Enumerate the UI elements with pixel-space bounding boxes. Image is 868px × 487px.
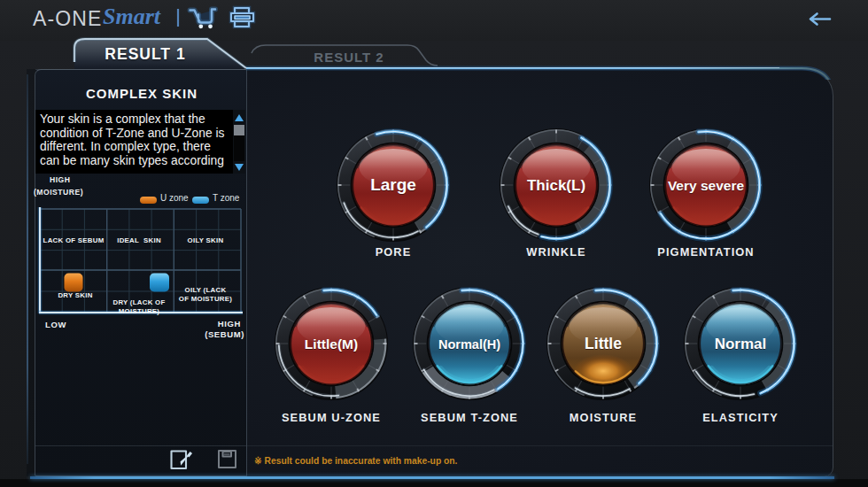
svg-text:LOW: LOW [45, 320, 66, 329]
svg-text:DRY SKIN: DRY SKIN [58, 291, 92, 299]
svg-text:OF MOISTURE): OF MOISTURE) [179, 295, 232, 303]
svg-text:Very severe: Very severe [668, 178, 745, 193]
svg-text:OILY (LACK: OILY (LACK [185, 286, 227, 294]
svg-text:LACK OF SEBUM: LACK OF SEBUM [43, 236, 105, 244]
svg-text:OILY SKIN: OILY SKIN [188, 236, 224, 244]
svg-text:Thick(L): Thick(L) [527, 177, 585, 194]
svg-text:IDEAL SKIN: IDEAL SKIN [117, 236, 161, 244]
svg-text:(SEBUM): (SEBUM) [205, 329, 244, 339]
svg-text:Normal: Normal [715, 336, 767, 352]
svg-text:Large: Large [370, 175, 416, 194]
svg-text:Little(M): Little(M) [305, 336, 358, 352]
svg-text:Normal(H): Normal(H) [438, 337, 500, 352]
svg-text:DRY (LACK OF: DRY (LACK OF [112, 298, 165, 306]
svg-text:MOISTURE): MOISTURE) [119, 307, 160, 315]
svg-text:HIGH: HIGH [218, 319, 241, 329]
svg-text:Little: Little [585, 335, 622, 352]
